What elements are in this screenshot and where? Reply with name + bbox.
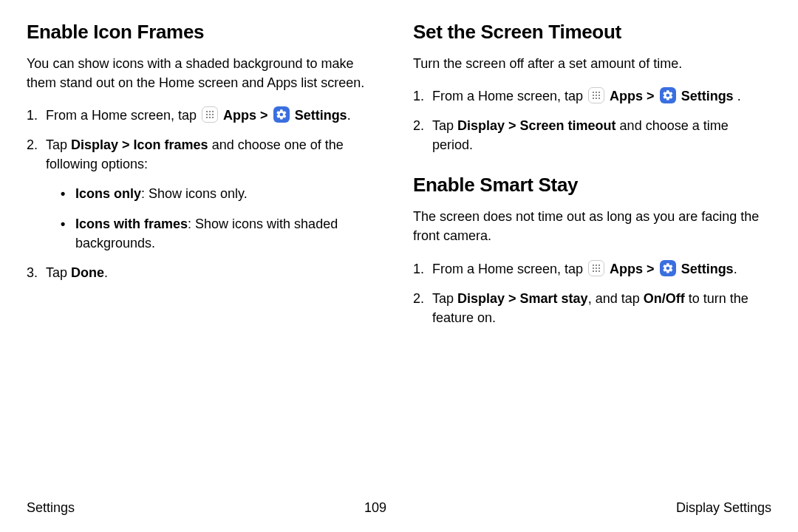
heading-icon-frames: Enable Icon Frames xyxy=(27,21,385,44)
step-text: From a Home screen, tap xyxy=(432,89,587,103)
heading-screen-timeout: Set the Screen Timeout xyxy=(413,21,771,44)
chevron-text: > xyxy=(643,89,658,103)
apps-label: Apps xyxy=(223,108,256,123)
step2-b: Display > Smart stay xyxy=(457,291,588,306)
steps-icon-frames: From a Home screen, tap Apps > Settings.… xyxy=(27,106,385,282)
bullet-list: Icons only: Show icons only. Icons with … xyxy=(46,184,385,252)
step2-b: Display > Icon frames xyxy=(71,137,208,152)
step2-c: , and tap xyxy=(588,291,644,306)
step3-a: Tap xyxy=(46,265,71,280)
space-period: . xyxy=(734,89,741,103)
settings-label: Settings xyxy=(295,108,347,123)
step2-a: Tap xyxy=(432,118,457,133)
footer-right: Display Settings xyxy=(676,500,771,516)
footer-left: Settings xyxy=(27,500,75,516)
step2-a: Tap xyxy=(432,291,457,306)
intro-smart-stay: The screen does not time out as long as … xyxy=(413,207,771,245)
bullet-icons-only: Icons only: Show icons only. xyxy=(61,184,385,203)
step-text: From a Home screen, tap xyxy=(46,108,200,123)
step-1: From a Home screen, tap Apps > Settings. xyxy=(27,106,385,125)
step2-a: Tap xyxy=(46,137,71,152)
step-2: Tap Display > Icon frames and choose one… xyxy=(27,135,385,252)
steps-screen-timeout: From a Home screen, tap Apps > Settings … xyxy=(413,86,771,154)
steps-smart-stay: From a Home screen, tap Apps > Settings.… xyxy=(413,259,771,327)
settings-icon xyxy=(273,106,290,123)
left-column: Enable Icon Frames You can show icons wi… xyxy=(27,21,385,347)
apps-icon xyxy=(588,260,604,276)
period: . xyxy=(734,262,737,276)
step-3: Tap Done. xyxy=(27,263,385,282)
bullet1-b: : Show icons only. xyxy=(141,186,248,201)
right-column: Set the Screen Timeout Turn the screen o… xyxy=(413,21,771,347)
bullet1-a: Icons only xyxy=(75,186,141,201)
step-1: From a Home screen, tap Apps > Settings … xyxy=(413,86,771,106)
period: . xyxy=(347,108,351,123)
step2-d: On/Off xyxy=(644,291,685,306)
step-2: Tap Display > Screen timeout and choose … xyxy=(413,116,771,154)
settings-icon xyxy=(660,87,676,103)
section-screen-timeout: Set the Screen Timeout Turn the screen o… xyxy=(413,21,771,154)
step3-c: . xyxy=(104,265,108,280)
step3-b: Done xyxy=(71,265,104,280)
section-smart-stay: Enable Smart Stay The screen does not ti… xyxy=(413,174,771,327)
apps-icon xyxy=(202,106,218,123)
settings-icon xyxy=(660,260,676,276)
step2-b: Display > Screen timeout xyxy=(457,118,616,133)
heading-smart-stay: Enable Smart Stay xyxy=(413,174,771,197)
settings-label: Settings xyxy=(681,262,734,276)
chevron-text: > xyxy=(643,262,658,276)
settings-label: Settings xyxy=(681,89,734,103)
apps-icon xyxy=(588,87,604,103)
bullet2-a: Icons with frames xyxy=(75,216,188,231)
apps-label: Apps xyxy=(610,262,643,276)
bullet-icons-frames: Icons with frames: Show icons with shade… xyxy=(61,214,385,253)
intro-screen-timeout: Turn the screen off after a set amount o… xyxy=(413,54,771,73)
step-text: From a Home screen, tap xyxy=(432,262,587,276)
footer-page-number: 109 xyxy=(364,500,386,516)
apps-label: Apps xyxy=(610,89,643,103)
step-2: Tap Display > Smart stay, and tap On/Off… xyxy=(413,289,771,327)
intro-icon-frames: You can show icons with a shaded backgro… xyxy=(27,54,385,92)
step-1: From a Home screen, tap Apps > Settings. xyxy=(413,259,771,279)
chevron-text: > xyxy=(256,108,272,123)
page-footer: Settings 109 Display Settings xyxy=(27,500,771,516)
